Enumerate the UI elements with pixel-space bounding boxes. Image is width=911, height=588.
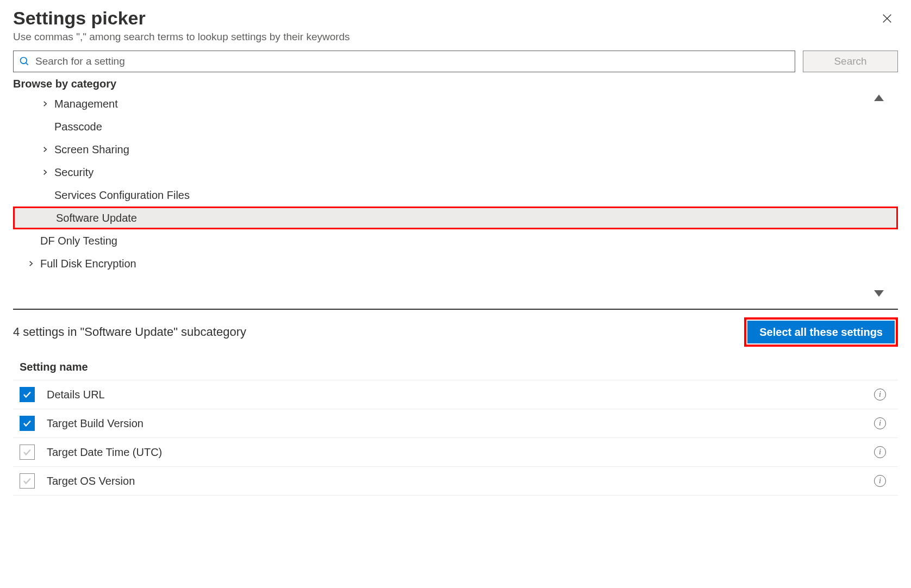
search-button[interactable]: Search <box>803 51 898 72</box>
category-label: Passcode <box>54 121 102 133</box>
category-item[interactable]: Management <box>13 92 898 115</box>
setting-row: Target Date Time (UTC)i <box>13 438 898 467</box>
category-label: Software Update <box>56 212 137 224</box>
info-icon[interactable]: i <box>874 417 886 429</box>
info-icon[interactable]: i <box>874 389 886 401</box>
info-icon[interactable]: i <box>874 475 886 487</box>
search-box[interactable] <box>13 51 795 72</box>
setting-row: Details URLi <box>13 380 898 409</box>
info-icon[interactable]: i <box>874 446 886 458</box>
setting-label: Target OS Version <box>47 475 874 487</box>
category-item[interactable]: Security <box>13 161 898 184</box>
category-item[interactable]: Passcode <box>13 115 898 138</box>
page-subtitle: Use commas "," among search terms to loo… <box>13 31 350 43</box>
setting-checkbox[interactable] <box>20 445 35 460</box>
category-item[interactable]: Software Update <box>13 207 898 229</box>
setting-label: Target Date Time (UTC) <box>47 446 874 459</box>
settings-count-text: 4 settings in "Software Update" subcateg… <box>13 325 246 339</box>
close-button[interactable] <box>876 8 898 29</box>
category-label: Security <box>54 166 93 179</box>
close-icon <box>881 12 893 24</box>
category-item[interactable]: Full Disk Encryption <box>13 252 898 275</box>
setting-checkbox[interactable] <box>20 387 35 402</box>
select-all-button[interactable]: Select all these settings <box>747 321 895 343</box>
svg-point-2 <box>21 58 27 64</box>
setting-checkbox[interactable] <box>20 473 35 489</box>
category-item[interactable]: Screen Sharing <box>13 138 898 161</box>
section-divider <box>13 309 898 310</box>
browse-by-category-label: Browse by category <box>13 78 898 90</box>
chevron-right-icon <box>13 146 54 153</box>
chevron-right-icon <box>13 100 54 108</box>
setting-label: Target Build Version <box>47 417 874 430</box>
category-label: DF Only Testing <box>40 235 117 247</box>
setting-name-column-header: Setting name <box>13 356 898 380</box>
page-title: Settings picker <box>13 8 350 29</box>
setting-row: Target OS Versioni <box>13 467 898 496</box>
setting-checkbox[interactable] <box>20 416 35 431</box>
category-label: Management <box>54 98 118 110</box>
svg-line-3 <box>26 63 28 65</box>
chevron-right-icon <box>13 260 40 267</box>
category-item[interactable]: Services Configuration Files <box>13 184 898 207</box>
chevron-right-icon <box>13 168 54 176</box>
setting-row: Target Build Versioni <box>13 409 898 438</box>
setting-label: Details URL <box>47 389 874 401</box>
category-label: Screen Sharing <box>54 143 129 156</box>
category-label: Full Disk Encryption <box>40 258 136 270</box>
category-list[interactable]: ManagementPasscodeScreen SharingSecurity… <box>13 92 898 299</box>
category-label: Services Configuration Files <box>54 189 190 202</box>
category-item[interactable]: DF Only Testing <box>13 229 898 252</box>
search-icon <box>19 56 30 67</box>
search-input[interactable] <box>30 55 789 68</box>
